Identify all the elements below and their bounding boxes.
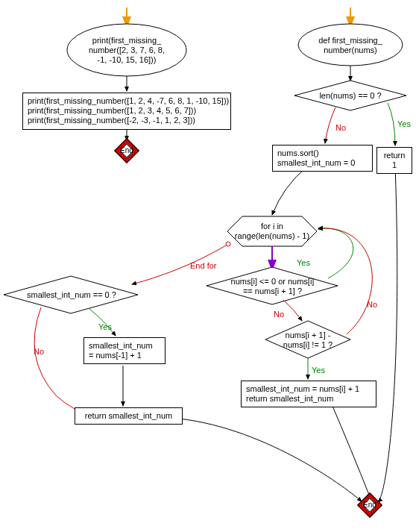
- label-no: No: [34, 347, 44, 356]
- for-loop: for i in range(len(nums) - 1): [231, 222, 313, 241]
- label-no: No: [335, 123, 346, 132]
- cond-zero: smallest_int_num == 0 ?: [16, 290, 127, 300]
- label-yes: Yes: [397, 119, 411, 128]
- label-yes: Yes: [297, 258, 310, 267]
- end-for-label: End for: [190, 261, 217, 270]
- cond-gap: nums[i + 1] - nums[i] != 1 ?: [276, 331, 340, 350]
- function-def: def first_missing_ number(nums): [306, 36, 395, 55]
- cond-skip: nums[i] <= 0 or nums[i] == nums[i + 1] ?: [222, 277, 323, 296]
- label-yes: Yes: [98, 322, 112, 331]
- print-calls: print(first_missing_number([1, 2, 4, -7,…: [22, 93, 231, 130]
- label-yes: Yes: [312, 366, 325, 375]
- gap-body: smallest_int_num = nums[i] + 1 return sm…: [241, 381, 376, 407]
- assign-last: smallest_int_num = nums[-1] + 1: [83, 337, 166, 364]
- return-1: return 1: [376, 147, 412, 174]
- svg-point-13: [226, 242, 230, 246]
- print-call-main: print(first_missing_ number([2, 3, 7, 6,…: [75, 36, 179, 66]
- label-no: No: [274, 310, 284, 319]
- end-node-right: End: [357, 492, 382, 518]
- return-smallest: return smallest_int_num: [75, 407, 183, 425]
- cond-empty: len(nums) == 0 ?: [306, 91, 395, 101]
- init-block: nums.sort() smallest_int_num = 0: [272, 145, 373, 172]
- label-no: No: [367, 300, 377, 309]
- end-node-left: End: [114, 138, 139, 163]
